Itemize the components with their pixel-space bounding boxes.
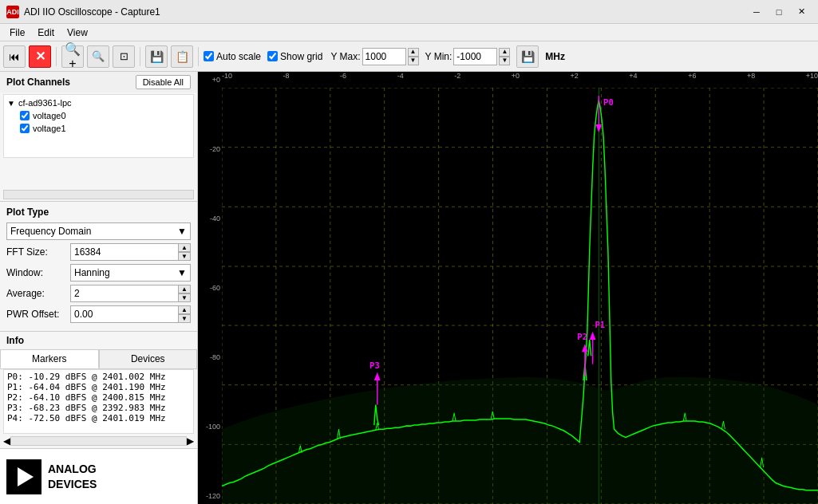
window-arrow: ▼ xyxy=(177,267,187,278)
save-button[interactable]: 💾 xyxy=(145,45,168,68)
app-icon: ADI xyxy=(6,6,19,18)
maximize-button[interactable]: □ xyxy=(769,3,789,21)
showgrid-label: Show grid xyxy=(280,51,322,62)
showgrid-checkbox-label[interactable]: Show grid xyxy=(267,51,322,62)
logo-text: ANALOGDEVICES xyxy=(48,462,97,490)
pwr-down[interactable]: ▼ xyxy=(178,314,191,323)
pwr-input[interactable] xyxy=(70,305,178,323)
svg-text:P3: P3 xyxy=(369,360,380,370)
pwr-row: PWR Offset: ▲ ▼ xyxy=(6,305,191,323)
marker-p2: P2: -64.10 dBFS @ 2400.815 MHz xyxy=(7,392,190,403)
main-area: Plot Channels Disable All ▼ cf-ad9361-lp… xyxy=(0,72,818,504)
ymin-up[interactable]: ▲ xyxy=(499,48,510,57)
scroll-right-icon[interactable]: ▶ xyxy=(187,435,194,447)
zoom-fit-button[interactable]: ⊡ xyxy=(113,45,135,68)
close-button[interactable]: ✕ xyxy=(791,3,812,21)
disable-all-button[interactable]: Disable All xyxy=(136,75,191,89)
voltage0-checkbox[interactable] xyxy=(20,111,30,120)
channel-voltage0: voltage0 xyxy=(7,109,190,122)
ymax-input[interactable] xyxy=(362,48,406,65)
menu-edit[interactable]: Edit xyxy=(31,26,61,40)
ymax-down[interactable]: ▼ xyxy=(408,57,419,65)
fft-input[interactable] xyxy=(70,243,178,261)
logo-section: ANALOGDEVICES xyxy=(0,448,197,504)
toolbar: ⏮ ✕ 🔍+ 🔍 ⊡ 💾 📋 Auto scale Show grid Y Ma… xyxy=(0,41,818,72)
ymin-label: Y Min: xyxy=(425,51,452,62)
window-dropdown[interactable]: Hanning ▼ xyxy=(70,264,191,282)
tab-devices[interactable]: Devices xyxy=(99,349,198,368)
average-spinner: ▲ ▼ xyxy=(178,285,191,302)
window-value: Hanning xyxy=(74,267,110,278)
average-row: Average: ▲ ▼ xyxy=(6,285,191,302)
autoscale-checkbox[interactable] xyxy=(204,51,214,61)
channel-group-name: cf-ad9361-lpc xyxy=(18,98,72,108)
x-label-7: +4 xyxy=(629,72,637,88)
fft-label: FFT Size: xyxy=(6,246,70,258)
info-scroll-area: ◀ ▶ xyxy=(0,434,197,448)
info-scrollbar[interactable] xyxy=(10,436,187,446)
channels-scroll[interactable]: ▼ cf-ad9361-lpc voltage0 voltage1 xyxy=(0,93,197,188)
x-label-4: -2 xyxy=(454,72,460,88)
fft-spinner: ▲ ▼ xyxy=(178,243,191,261)
stop-button[interactable]: ✕ xyxy=(29,45,51,68)
plot-type-title: Plot Type xyxy=(6,207,191,218)
average-up[interactable]: ▲ xyxy=(178,285,191,293)
channels-list: ▼ cf-ad9361-lpc voltage0 voltage1 xyxy=(3,94,194,158)
channel-group: ▼ cf-ad9361-lpc voltage0 voltage1 xyxy=(4,95,193,136)
logo-company: ANALOGDEVICES xyxy=(48,463,97,490)
svg-text:P2: P2 xyxy=(577,332,587,342)
svg-marker-25 xyxy=(374,372,381,380)
voltage1-checkbox[interactable] xyxy=(20,124,30,133)
plot-area[interactable]: -10 -8 -6 -4 -2 +0 +2 +4 +6 +8 +10 +0 -2… xyxy=(198,72,818,504)
pwr-spinner: ▲ ▼ xyxy=(178,305,191,323)
save2-button[interactable]: 💾 xyxy=(516,45,539,68)
menu-file[interactable]: File xyxy=(3,26,31,40)
plot-type-section: Plot Type Frequency Domain ▼ FFT Size: ▲… xyxy=(0,202,197,332)
zoom-in-button[interactable]: 🔍+ xyxy=(61,45,84,68)
x-label-5: +0 xyxy=(512,72,520,88)
menu-view[interactable]: View xyxy=(61,26,94,40)
fft-up[interactable]: ▲ xyxy=(178,243,191,252)
minimize-button[interactable]: ─ xyxy=(746,3,767,21)
x-label-10: +10 xyxy=(806,72,818,88)
plot-type-value: Frequency Domain xyxy=(10,226,91,237)
ymin-group: Y Min: ▲ ▼ xyxy=(425,48,511,65)
title-left: ADI ADI IIO Oscilloscope - Capture1 xyxy=(6,6,160,18)
svg-marker-22 xyxy=(595,124,602,132)
fft-row: FFT Size: ▲ ▼ xyxy=(6,243,191,261)
channels-scrollbar[interactable] xyxy=(3,190,194,199)
autoscale-checkbox-label[interactable]: Auto scale xyxy=(204,51,261,62)
step-back-button[interactable]: ⏮ xyxy=(3,45,26,68)
window-controls: ─ □ ✕ xyxy=(746,3,812,21)
pwr-spin-group: ▲ ▼ xyxy=(70,305,191,323)
ymax-up[interactable]: ▲ xyxy=(408,48,419,57)
ymin-down[interactable]: ▼ xyxy=(499,57,510,65)
mhz-label: MHz xyxy=(545,51,565,62)
channel-group-header[interactable]: ▼ cf-ad9361-lpc xyxy=(7,96,190,109)
tab-markers[interactable]: Markers xyxy=(0,349,99,368)
y-label-2: -40 xyxy=(198,215,222,222)
pwr-up[interactable]: ▲ xyxy=(178,305,191,314)
fft-down[interactable]: ▼ xyxy=(178,252,191,261)
scroll-left-icon[interactable]: ◀ xyxy=(3,435,10,447)
average-label: Average: xyxy=(6,288,70,299)
marker-p1: P1: -64.04 dBFS @ 2401.190 MHz xyxy=(7,382,190,392)
ymin-input[interactable] xyxy=(453,48,497,65)
export-button[interactable]: 📋 xyxy=(171,45,193,68)
y-label-5: -100 xyxy=(198,423,222,431)
plot-type-dropdown[interactable]: Frequency Domain ▼ xyxy=(6,222,191,240)
svg-text:P1: P1 xyxy=(595,319,605,329)
x-label-3: -4 xyxy=(397,72,404,88)
titlebar: ADI ADI IIO Oscilloscope - Capture1 ─ □ … xyxy=(0,0,818,24)
plot-inner: P0 P3 P2 P1 xyxy=(222,88,818,504)
showgrid-checkbox[interactable] xyxy=(267,51,278,61)
average-down[interactable]: ▼ xyxy=(178,293,191,302)
voltage0-label: voltage0 xyxy=(33,111,66,120)
average-input[interactable] xyxy=(70,285,178,302)
window-row: Window: Hanning ▼ xyxy=(6,264,191,282)
window-label: Window: xyxy=(6,267,70,278)
zoom-out-button[interactable]: 🔍 xyxy=(87,45,109,68)
info-tabs: Markers Devices xyxy=(0,349,197,369)
channel-voltage1: voltage1 xyxy=(7,122,190,135)
svg-marker-28 xyxy=(582,344,588,352)
